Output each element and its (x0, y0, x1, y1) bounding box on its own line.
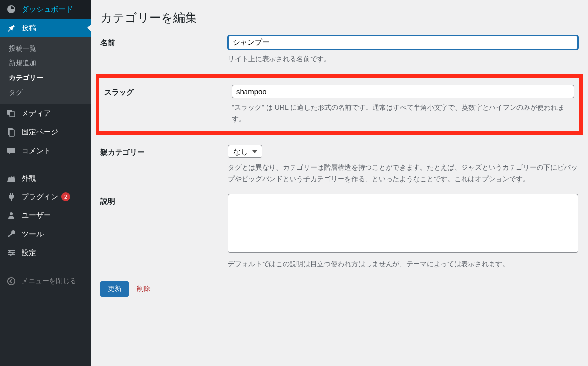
description-help: デフォルトではこの説明は目立つ使われ方はしませんが、テーマによっては表示されます… (228, 259, 578, 269)
plugins-badge: 2 (61, 192, 70, 201)
admin-sidebar: ダッシュボード 投稿 投稿一覧 新規追加 カテゴリー タグ メディア 固定ページ (0, 0, 91, 366)
slug-row: スラッグ "スラッグ" は URL に適した形式の名前です。通常はすべて半角小文… (104, 85, 574, 124)
page-title: カテゴリーを編集 (100, 10, 578, 26)
sidebar-item-label: 外観 (22, 174, 36, 183)
description-label: 説明 (100, 194, 228, 206)
sidebar-item-pages[interactable]: 固定ページ (0, 123, 91, 141)
delete-link[interactable]: 削除 (137, 285, 150, 292)
pin-icon (6, 23, 17, 33)
sidebar-item-plugins[interactable]: プラグイン 2 (0, 187, 91, 206)
submenu-posts: 投稿一覧 新規追加 カテゴリー タグ (0, 37, 91, 104)
submenu-item-add-new[interactable]: 新規追加 (0, 56, 91, 71)
appearance-icon (6, 173, 17, 183)
svg-rect-3 (9, 130, 14, 136)
slug-description: "スラッグ" は URL に適した形式の名前です。通常はすべて半角小文字で、英数… (232, 102, 574, 124)
name-label: 名前 (100, 35, 228, 48)
svg-point-10 (10, 254, 12, 256)
collapse-label: メニューを閉じる (22, 277, 76, 286)
slug-label: スラッグ (104, 85, 232, 97)
settings-icon (6, 247, 17, 258)
comment-icon (6, 145, 17, 156)
main-content: カテゴリーを編集 名前 サイト上に表示される名前です。 スラッグ "スラッグ" … (91, 0, 588, 366)
sidebar-item-appearance[interactable]: 外観 (0, 169, 91, 187)
sidebar-item-media[interactable]: メディア (0, 104, 91, 123)
media-icon (6, 108, 17, 119)
sidebar-item-comments[interactable]: コメント (0, 141, 91, 160)
parent-label: 親カテゴリー (100, 145, 228, 157)
svg-point-11 (8, 278, 15, 285)
svg-point-4 (10, 212, 13, 215)
collapse-icon (6, 276, 17, 287)
category-edit-form: 名前 サイト上に表示される名前です。 スラッグ "スラッグ" は URL に適し… (100, 35, 578, 297)
sidebar-item-dashboard[interactable]: ダッシュボード (0, 0, 91, 19)
name-description: サイト上に表示される名前です。 (228, 53, 578, 64)
collapse-menu-button[interactable]: メニューを閉じる (0, 271, 91, 291)
sidebar-item-label: ダッシュボード (22, 5, 73, 14)
svg-point-9 (12, 252, 14, 254)
sidebar-item-label: メディア (22, 109, 51, 118)
sidebar-item-tools[interactable]: ツール (0, 225, 91, 243)
plugins-icon (6, 191, 17, 202)
sidebar-item-label: コメント (22, 146, 51, 156)
sidebar-item-label: プラグイン (22, 192, 58, 202)
sidebar-item-label: ユーザー (22, 211, 51, 220)
dashboard-icon (6, 4, 17, 15)
description-textarea[interactable] (228, 194, 578, 253)
parent-row: 親カテゴリー なし タグとは異なり、カテゴリーは階層構造を持つことができます。た… (100, 145, 578, 184)
name-input[interactable] (228, 35, 578, 50)
pages-icon (6, 127, 17, 137)
sidebar-item-users[interactable]: ユーザー (0, 206, 91, 225)
sidebar-item-label: 設定 (22, 248, 36, 258)
slug-input[interactable] (232, 85, 574, 98)
tools-icon (6, 229, 17, 239)
svg-point-8 (9, 250, 11, 252)
svg-rect-1 (10, 112, 15, 117)
sidebar-item-label: 投稿 (22, 24, 36, 33)
users-icon (6, 210, 17, 221)
submit-button[interactable]: 更新 (100, 281, 129, 297)
sidebar-item-label: ツール (22, 230, 44, 239)
sidebar-item-label: 固定ページ (22, 128, 58, 137)
submenu-item-categories[interactable]: カテゴリー (0, 71, 91, 85)
sidebar-item-posts[interactable]: 投稿 (0, 19, 91, 37)
name-row: 名前 サイト上に表示される名前です。 (100, 35, 578, 64)
highlight-annotation: スラッグ "スラッグ" は URL に適した形式の名前です。通常はすべて半角小文… (96, 74, 583, 135)
submenu-item-all-posts[interactable]: 投稿一覧 (0, 41, 91, 56)
parent-select[interactable]: なし (228, 145, 262, 158)
description-row: 説明 デフォルトではこの説明は目立つ使われ方はしませんが、テーマによっては表示さ… (100, 194, 578, 269)
form-actions: 更新 削除 (100, 281, 578, 297)
parent-description: タグとは異なり、カテゴリーは階層構造を持つことができます。たとえば、ジャズという… (228, 162, 578, 184)
submenu-item-tags[interactable]: タグ (0, 85, 91, 100)
sidebar-item-settings[interactable]: 設定 (0, 243, 91, 262)
